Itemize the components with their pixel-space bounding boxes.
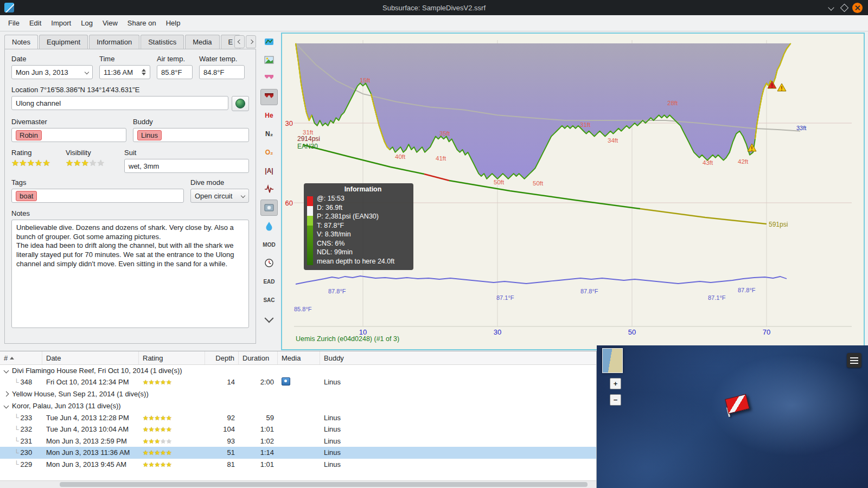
ink-icon[interactable]: [260, 218, 278, 234]
spin-down-icon[interactable]: [142, 73, 146, 75]
tab-equipment[interactable]: Equipment: [39, 35, 88, 49]
trip-row[interactable]: Yellow House, Sun Sep 21, 2014 (1 dive(s…: [0, 388, 596, 400]
tab-statistics[interactable]: Statistics: [141, 35, 184, 49]
menu-log[interactable]: Log: [76, 17, 98, 29]
dive-profile-pane[interactable]: 30601030507033ft15ft31ft40ft41ft35ft50ft…: [281, 33, 865, 350]
location-field[interactable]: [11, 96, 228, 110]
star-icon[interactable]: ★: [155, 461, 161, 468]
menu-edit[interactable]: Edit: [24, 17, 46, 29]
dive-row[interactable]: └232Tue Jun 4, 2013 10:04 AM★★★★★1041:01…: [0, 423, 596, 435]
globe-button[interactable]: [232, 96, 249, 111]
watertemp-field[interactable]: [199, 65, 245, 79]
star-icon[interactable]: ★: [160, 426, 166, 433]
airtemp-field[interactable]: [157, 65, 193, 79]
nitrogen-graph-icon[interactable]: N₂: [260, 126, 278, 142]
star-icon[interactable]: ★: [160, 378, 166, 386]
dive-flag-marker[interactable]: [724, 395, 749, 418]
maximize-button[interactable]: [838, 1, 851, 14]
titlebar[interactable]: Subsurface: SampleDivesV2.ssrf: [0, 0, 868, 15]
star-icon[interactable]: ★: [73, 158, 81, 168]
overview-minimap[interactable]: [602, 348, 623, 373]
spin-up-icon[interactable]: [142, 69, 146, 72]
tab-notes[interactable]: Notes: [4, 35, 38, 49]
star-icon[interactable]: ★: [143, 414, 149, 422]
star-icon[interactable]: ★: [143, 461, 149, 468]
close-button[interactable]: [851, 1, 864, 14]
expand-chevron-icon[interactable]: [4, 391, 9, 397]
minimize-button[interactable]: [825, 1, 838, 14]
star-icon[interactable]: ★: [42, 158, 50, 168]
trip-row[interactable]: Divi Flamingo House Reef, Fri Oct 10, 20…: [0, 364, 596, 376]
star-icon[interactable]: ★: [155, 426, 161, 433]
date-combobox[interactable]: Mon Jun 3, 2013: [11, 65, 93, 79]
calculated-ceiling-icon[interactable]: [260, 89, 278, 105]
tab-scroll-left[interactable]: [234, 35, 245, 48]
trip-row[interactable]: Koror, Palau, Jun 2013 (11 dive(s)): [0, 400, 596, 412]
tab-scroll-right[interactable]: [246, 35, 256, 48]
star-icon[interactable]: ★: [166, 426, 172, 433]
star-icon[interactable]: ★: [149, 461, 155, 468]
horizontal-scrollbar[interactable]: [0, 480, 596, 488]
dive-computer-icon[interactable]: [260, 34, 278, 50]
star-icon[interactable]: ★: [149, 378, 155, 386]
star-icon[interactable]: ★: [166, 378, 172, 386]
pictures-toggle-icon[interactable]: [260, 200, 278, 216]
media-icon[interactable]: [282, 377, 290, 386]
dive-row[interactable]: └229Mon Jun 3, 2013 9:45 AM★★★★★811:01Li…: [0, 459, 596, 471]
dive-row[interactable]: └233Tue Jun 4, 2013 12:28 PM★★★★★9259Lin…: [0, 412, 596, 424]
ambient-pressure-icon[interactable]: |A|: [260, 163, 278, 179]
menu-help[interactable]: Help: [161, 17, 186, 29]
suit-field[interactable]: [124, 159, 249, 173]
column-header-duration[interactable]: Duration: [239, 351, 278, 364]
star-icon[interactable]: ★: [143, 426, 149, 433]
map-zoom-out-button[interactable]: −: [610, 394, 621, 406]
oxygen-graph-icon[interactable]: O₂: [260, 144, 278, 160]
star-icon[interactable]: ★: [149, 414, 155, 422]
menu-view[interactable]: View: [98, 17, 123, 29]
tags-field[interactable]: boat: [11, 189, 184, 203]
star-icon[interactable]: ★: [155, 438, 161, 445]
column-header-number[interactable]: #: [0, 351, 42, 364]
star-icon[interactable]: ★: [149, 449, 155, 457]
star-icon[interactable]: ★: [166, 414, 172, 422]
rating-stars[interactable]: ★★★★★: [11, 159, 59, 168]
star-icon[interactable]: ★: [166, 461, 172, 468]
star-icon[interactable]: ★: [166, 449, 172, 457]
star-icon[interactable]: ★: [66, 158, 73, 168]
dive-mode-select[interactable]: Open circuit: [190, 189, 249, 203]
star-icon[interactable]: ★: [149, 438, 155, 445]
menu-file[interactable]: File: [3, 17, 24, 29]
column-header-buddy[interactable]: Buddy: [320, 351, 596, 364]
time-spinner[interactable]: 11:36 AM: [99, 65, 150, 79]
divemaster-field[interactable]: Robin: [11, 128, 126, 142]
star-icon[interactable]: ★: [155, 378, 161, 386]
helium-graph-icon[interactable]: He: [260, 107, 278, 124]
map-zoom-in-button[interactable]: +: [610, 378, 621, 389]
column-header-date[interactable]: Date: [42, 351, 139, 364]
dive-site-map[interactable]: + −: [597, 345, 868, 488]
star-icon[interactable]: ★: [143, 438, 149, 445]
map-menu-button[interactable]: [847, 353, 861, 368]
star-icon[interactable]: ★: [160, 461, 166, 468]
toolbar-scroll-down-button[interactable]: [260, 310, 278, 326]
star-icon[interactable]: ★: [160, 438, 166, 445]
dive-row[interactable]: └231Mon Jun 3, 2013 2:59 PM★★★★★931:02Li…: [0, 435, 596, 447]
star-icon[interactable]: ★: [143, 449, 149, 457]
collapse-chevron-icon[interactable]: [4, 403, 9, 409]
notes-textarea[interactable]: Unbelievable dive. Dozens and dozens of …: [11, 220, 249, 328]
photos-icon[interactable]: [260, 52, 278, 68]
star-icon[interactable]: ★: [149, 426, 155, 433]
column-header-media[interactable]: Media: [278, 351, 320, 364]
ndl-time-icon[interactable]: [260, 255, 278, 271]
visibility-stars[interactable]: ★★★★★: [66, 159, 118, 168]
sac-icon[interactable]: SAC: [260, 292, 278, 308]
collapse-chevron-icon[interactable]: [4, 368, 9, 373]
column-header-rating[interactable]: Rating: [139, 351, 205, 364]
star-icon[interactable]: ★: [27, 158, 35, 168]
star-icon[interactable]: ★: [160, 414, 166, 422]
star-icon[interactable]: ★: [11, 158, 19, 168]
star-icon[interactable]: ★: [160, 449, 166, 457]
star-icon[interactable]: ★: [155, 449, 161, 457]
star-icon[interactable]: ★: [143, 378, 149, 386]
star-icon[interactable]: ★: [35, 158, 42, 168]
